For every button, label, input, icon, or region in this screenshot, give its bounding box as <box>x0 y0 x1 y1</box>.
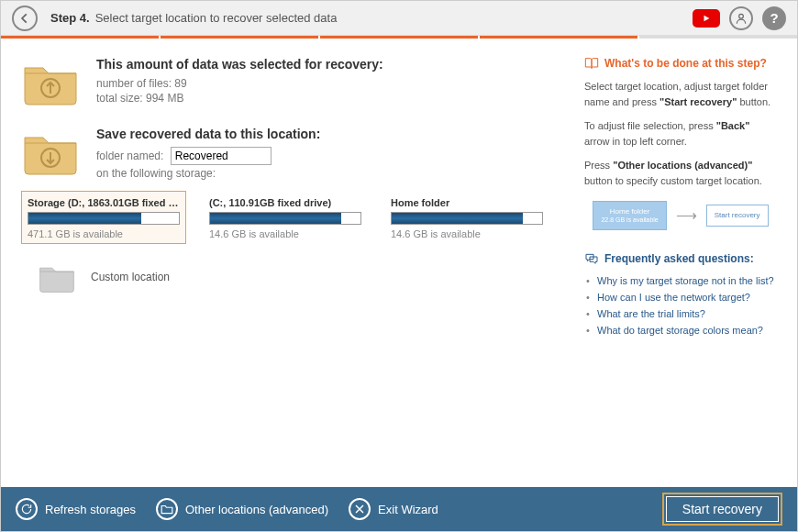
folder-up-icon <box>21 57 80 106</box>
summary-size: total size: 994 MB <box>96 92 383 105</box>
storage-available: 14.6 GB is available <box>391 228 543 239</box>
faq-list: Why is my target storage not in the list… <box>584 272 777 338</box>
user-icon <box>735 12 748 25</box>
help-button[interactable]: ? <box>762 6 786 30</box>
play-icon <box>702 14 711 23</box>
help-title: What's to be done at this step? <box>584 57 777 70</box>
faq-item[interactable]: Why is my target storage not in the list… <box>584 272 777 289</box>
exit-wizard-button[interactable]: Exit Wizard <box>349 498 438 520</box>
refresh-icon <box>16 498 38 520</box>
question-icon: ? <box>770 10 778 26</box>
folder-name-input[interactable] <box>171 147 272 165</box>
help-p2: To adjust file selection, press "Back" a… <box>584 118 777 149</box>
faq-title: Frequently asked questions: <box>584 252 777 265</box>
storage-bar <box>28 212 180 225</box>
youtube-button[interactable] <box>693 9 720 28</box>
mini-start: Start recovery <box>706 205 769 227</box>
help-illustration: Home folder22.8 GB is available ⟶ Start … <box>584 201 777 230</box>
folder-name-label: folder named: <box>96 150 163 162</box>
faq-item[interactable]: What are the trial limits? <box>584 305 777 322</box>
chat-icon <box>584 252 599 265</box>
header-bar: Step 4. Select target location to recove… <box>1 1 797 36</box>
arrow-right-icon: ⟶ <box>676 206 697 224</box>
arrow-left-icon <box>18 12 31 25</box>
custom-location-row[interactable]: Custom location <box>38 260 575 294</box>
storage-name: Storage (D:, 1863.01GB fixed drive) <box>28 197 180 208</box>
faq-item[interactable]: What do target storage colors mean? <box>584 322 777 338</box>
save-title: Save recovered data to this location: <box>96 127 320 141</box>
mini-storage: Home folder22.8 GB is available <box>593 201 666 230</box>
back-button[interactable] <box>12 6 38 31</box>
book-icon <box>584 57 599 70</box>
storage-item[interactable]: Home folder 14.6 GB is available <box>384 191 549 244</box>
refresh-storages-button[interactable]: Refresh storages <box>16 498 136 520</box>
storage-list: Storage (D:, 1863.01GB fixed drive) 471.… <box>21 191 575 244</box>
svg-point-0 <box>739 14 744 18</box>
folder-gray-icon <box>38 260 76 294</box>
close-icon <box>349 498 371 520</box>
folder-down-icon <box>21 127 80 176</box>
summary-files: number of files: 89 <box>96 77 383 90</box>
storage-bar <box>391 212 543 225</box>
storage-label: on the following storage: <box>96 167 320 180</box>
storage-available: 14.6 GB is available <box>209 228 361 239</box>
storage-item[interactable]: (C:, 110.91GB fixed drive) 14.6 GB is av… <box>203 191 368 244</box>
faq-item[interactable]: How can I use the network target? <box>584 289 777 305</box>
step-number: Step 4. <box>50 11 90 25</box>
storage-item[interactable]: Storage (D:, 1863.01GB fixed drive) 471.… <box>21 191 186 244</box>
custom-location-label: Custom location <box>91 271 170 283</box>
footer-bar: Refresh storages Other locations (advanc… <box>1 487 797 531</box>
help-p3: Press "Other locations (advanced)" butto… <box>584 158 777 188</box>
summary-title: This amount of data was selected for rec… <box>96 57 383 72</box>
other-locations-button[interactable]: Other locations (advanced) <box>156 498 328 520</box>
storage-bar <box>209 212 361 225</box>
help-p1: Select target location, adjust target fo… <box>584 79 777 109</box>
storage-name: (C:, 110.91GB fixed drive) <box>209 197 361 208</box>
start-recovery-button[interactable]: Start recovery <box>662 493 782 526</box>
step-description: Select target location to recover select… <box>95 11 338 25</box>
folder-icon <box>156 498 178 520</box>
account-button[interactable] <box>729 6 753 30</box>
storage-available: 471.1 GB is available <box>28 228 180 239</box>
storage-name: Home folder <box>391 197 543 208</box>
